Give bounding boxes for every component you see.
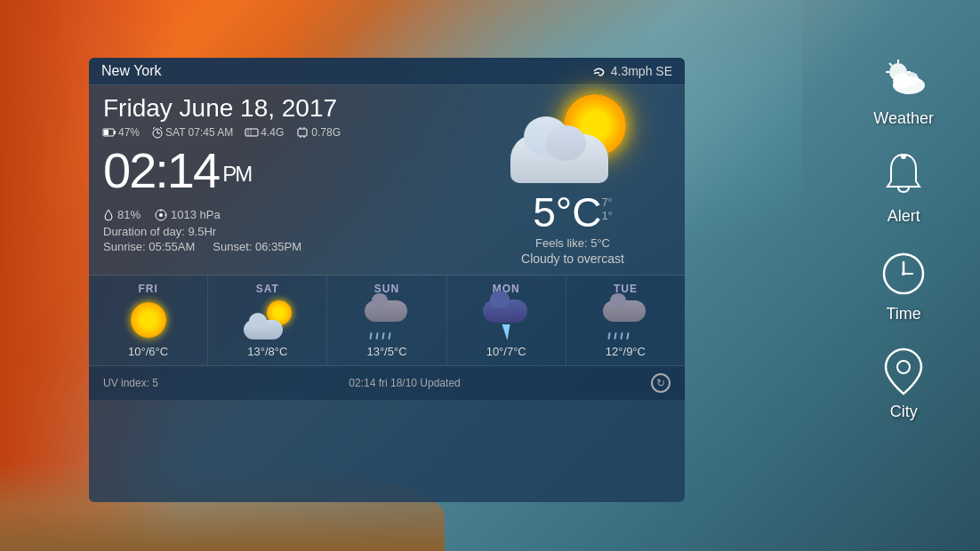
condition: Cloudy to overcast	[521, 252, 624, 266]
memory1-status: 4.4G	[245, 126, 284, 139]
widget-footer: UV index: 5 02:14 fri 18/10 Updated ↻	[89, 366, 685, 400]
svg-line-7	[160, 127, 162, 129]
day-label-fri: FRI	[138, 283, 157, 295]
forecast-temp-tue: 12°/9°C	[606, 345, 646, 358]
svg-line-25	[889, 63, 892, 66]
widget-header: New York 4.3mph SE	[89, 58, 685, 85]
widget-top-right: 5°C 7° 1° Feels like: 5°C Cloudy to over…	[475, 94, 671, 266]
widget-top-left: Friday June 18, 2017 47%	[103, 94, 475, 266]
svg-point-17	[159, 213, 163, 217]
weather-icon-svg	[879, 56, 928, 100]
city-sidebar-icon	[877, 345, 930, 398]
forecast-icon-mon	[482, 300, 530, 339]
weather-details: 81% 1013 hPa Duration of day: 9.5Hr	[103, 208, 475, 253]
weather-widget: New York 4.3mph SE Friday June 18, 2017	[89, 58, 685, 502]
forecast-row: FRI 10°/6°C SAT 13°/8°C SUN	[89, 276, 685, 366]
chip-icon	[296, 127, 309, 138]
svg-point-30	[901, 154, 906, 159]
sidebar-label-time: Time	[886, 305, 920, 323]
humidity-detail: 81%	[103, 208, 141, 221]
humidity-icon	[103, 209, 114, 221]
svg-rect-2	[104, 130, 108, 135]
bell-icon-svg	[884, 153, 923, 199]
sunset-text: Sunset: 06:35PM	[213, 240, 301, 253]
storage-icon	[245, 128, 258, 137]
weather-icon	[510, 94, 635, 192]
temp-range: 7° 1°	[601, 196, 612, 222]
duration-text: Duration of day: 9.5Hr	[103, 225, 216, 238]
alarm-status: SAT 07:45 AM	[152, 126, 233, 139]
sidebar-label-alert: Alert	[888, 207, 920, 226]
time-display: 02:14PM	[103, 146, 475, 196]
forecast-icon-sat	[244, 300, 292, 339]
sunrise-text: Sunrise: 05:55AM	[103, 240, 195, 253]
forecast-icon-sun	[363, 300, 411, 339]
forecast-temp-fri: 10°/6°C	[128, 345, 168, 358]
sidebar: Weather Alert Time	[863, 44, 944, 428]
feels-like: Feels like: 5°C	[521, 236, 624, 250]
forecast-sun: SUN 13°/5°C	[327, 276, 446, 365]
weather-sidebar-icon	[877, 52, 930, 105]
forecast-temp-mon: 10°/7°C	[486, 345, 526, 358]
uv-index: UV index: 5	[103, 377, 158, 389]
svg-point-34	[902, 272, 905, 276]
forecast-icon-fri	[125, 300, 173, 339]
temperature-block: 5°C 7° 1° Feels like: 5°C Cloudy to over…	[521, 192, 624, 266]
svg-line-6	[153, 127, 155, 129]
memory2-status: 0.78G	[296, 126, 341, 139]
location-icon-svg	[884, 347, 923, 395]
status-bar: 47% SAT 07:45 AM	[103, 126, 475, 139]
svg-rect-11	[298, 129, 307, 136]
widget-top: Friday June 18, 2017 47%	[89, 85, 685, 276]
svg-rect-1	[114, 131, 116, 134]
sidebar-label-weather: Weather	[873, 109, 934, 128]
alert-sidebar-icon	[877, 149, 930, 203]
alarm-icon	[152, 127, 163, 139]
wind-info: 4.3mph SE	[592, 64, 672, 78]
forecast-mon: MON 10°/7°C	[447, 276, 566, 365]
sidebar-label-city: City	[890, 403, 918, 421]
sidebar-item-time[interactable]: Time	[866, 240, 941, 331]
mini-raincloud-sun	[365, 300, 409, 339]
forecast-icon-tue	[601, 300, 649, 339]
sidebar-item-weather[interactable]: Weather	[863, 44, 944, 135]
svg-point-35	[897, 361, 910, 373]
mini-suncloud-sat	[244, 300, 292, 339]
temp-main: 5°C	[533, 192, 601, 233]
ampm-display: PM	[222, 162, 251, 186]
refresh-button[interactable]: ↻	[651, 373, 671, 393]
sidebar-item-city[interactable]: City	[866, 338, 941, 428]
svg-rect-8	[245, 129, 258, 136]
cloud-shape	[510, 134, 608, 183]
sidebar-item-alert[interactable]: Alert	[866, 142, 941, 233]
pressure-icon	[155, 209, 167, 221]
date-display: Friday June 18, 2017	[103, 94, 475, 123]
forecast-fri: FRI 10°/6°C	[89, 276, 208, 365]
city-name: New York	[101, 63, 162, 79]
battery-status: 47%	[103, 126, 140, 139]
time-sidebar-icon	[877, 247, 930, 300]
forecast-tue: TUE 12°/9°C	[566, 276, 685, 365]
clock-icon-svg	[881, 252, 926, 296]
mini-raincloud-tue	[603, 300, 647, 339]
day-label-sat: SAT	[256, 283, 279, 295]
pressure-detail: 1013 hPa	[155, 208, 221, 221]
forecast-sat: SAT 13°/8°C	[208, 276, 327, 365]
forecast-temp-sat: 13°/8°C	[247, 345, 287, 358]
mini-lightning-mon	[483, 299, 529, 340]
forecast-temp-sun: 13°/5°C	[366, 345, 406, 358]
mini-sun-fri	[131, 302, 166, 338]
wind-speed: 4.3mph SE	[611, 64, 672, 78]
wind-icon	[592, 64, 606, 78]
updated-time: 02:14 fri 18/10 Updated	[349, 377, 460, 389]
battery-icon	[103, 128, 116, 137]
svg-point-29	[903, 72, 919, 86]
